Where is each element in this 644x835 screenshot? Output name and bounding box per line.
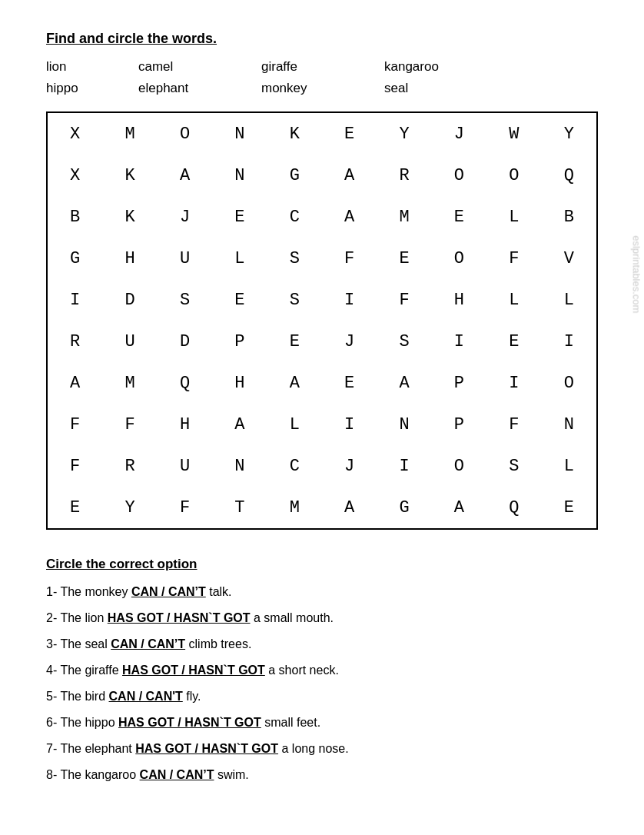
cell-2-6: M: [377, 196, 431, 238]
cell-3-6: E: [377, 238, 431, 279]
exercise-pre-3: The seal: [60, 637, 111, 650]
circle-section-title: Circle the correct option: [46, 557, 598, 572]
exercise-option-2: HAS GOT / HASN`T GOT: [108, 611, 251, 624]
cell-3-1: H: [102, 238, 157, 279]
exercise-pre-1: The monkey: [60, 585, 131, 598]
cell-6-9: O: [542, 362, 596, 404]
cell-4-7: H: [432, 279, 486, 321]
word-giraffe: giraffe: [261, 59, 384, 75]
cell-5-9: I: [542, 321, 596, 362]
cell-6-4: A: [267, 362, 322, 404]
watermark: eslprintables.com: [631, 235, 642, 313]
exercise-number-4: 4-: [46, 664, 60, 677]
cell-1-9: Q: [542, 155, 596, 196]
cell-9-0: E: [48, 487, 102, 528]
cell-0-6: Y: [377, 113, 431, 155]
cell-0-3: N: [212, 113, 267, 155]
exercise-list: 1- The monkey CAN / CAN’T talk.2- The li…: [46, 583, 598, 784]
cell-4-1: D: [102, 279, 157, 321]
cell-7-8: F: [486, 404, 541, 445]
cell-7-5: I: [322, 404, 377, 445]
exercise-item-8: 8- The kangaroo CAN / CAN’T swim.: [46, 766, 598, 784]
cell-9-8: Q: [486, 487, 541, 528]
cell-5-0: R: [48, 321, 102, 362]
exercise-item-5: 5- The bird CAN / CAN'T fly.: [46, 687, 598, 706]
cell-6-7: P: [432, 362, 486, 404]
cell-1-7: O: [432, 155, 486, 196]
exercise-item-3: 3- The seal CAN / CAN’T climb trees.: [46, 635, 598, 654]
exercise-number-8: 8-: [46, 768, 60, 781]
cell-5-7: I: [432, 321, 486, 362]
cell-8-7: O: [432, 445, 486, 487]
cell-0-2: O: [158, 113, 212, 155]
cell-9-2: F: [158, 487, 212, 528]
cell-4-5: I: [322, 279, 377, 321]
wordsearch-container: XMONKEYJWYXKANGAROOQBKJECAMELBGHULSFEOFV…: [46, 111, 598, 530]
cell-2-8: L: [486, 196, 541, 238]
cell-0-1: M: [102, 113, 157, 155]
exercise-post-8: swim.: [214, 768, 248, 781]
cell-3-7: O: [432, 238, 486, 279]
exercise-number-6: 6-: [46, 716, 60, 729]
cell-4-9: L: [542, 279, 596, 321]
exercise-number-2: 2-: [46, 611, 60, 624]
exercise-option-8: CAN / CAN’T: [140, 768, 214, 781]
cell-6-1: M: [102, 362, 157, 404]
cell-1-8: O: [486, 155, 541, 196]
cell-3-8: F: [486, 238, 541, 279]
exercise-pre-8: The kangaroo: [60, 768, 139, 781]
exercise-post-5: fly.: [183, 690, 201, 703]
cell-7-7: P: [432, 404, 486, 445]
cell-3-3: L: [212, 238, 267, 279]
cell-6-2: Q: [158, 362, 212, 404]
word-seal: seal: [384, 81, 507, 96]
cell-2-4: C: [267, 196, 322, 238]
cell-9-7: A: [432, 487, 486, 528]
exercise-item-7: 7- The elephant HAS GOT / HASN`T GOT a l…: [46, 740, 598, 758]
word-kangaroo: kangaroo: [384, 59, 507, 75]
exercise-pre-4: The giraffe: [60, 664, 122, 677]
cell-8-8: S: [486, 445, 541, 487]
cell-5-8: E: [486, 321, 541, 362]
cell-4-4: S: [267, 279, 322, 321]
cell-0-5: E: [322, 113, 377, 155]
exercise-number-5: 5-: [46, 690, 60, 703]
cell-7-2: H: [158, 404, 212, 445]
wordsearch-table: XMONKEYJWYXKANGAROOQBKJECAMELBGHULSFEOFV…: [48, 113, 596, 528]
cell-2-5: A: [322, 196, 377, 238]
exercise-post-7: a long nose.: [278, 742, 349, 755]
cell-2-2: J: [158, 196, 212, 238]
exercise-option-3: CAN / CAN’T: [111, 637, 185, 650]
exercise-number-1: 1-: [46, 585, 60, 598]
cell-1-3: N: [212, 155, 267, 196]
exercise-option-7: HAS GOT / HASN`T GOT: [135, 742, 278, 755]
cell-6-3: H: [212, 362, 267, 404]
cell-8-6: I: [377, 445, 431, 487]
cell-9-6: G: [377, 487, 431, 528]
cell-8-2: U: [158, 445, 212, 487]
exercise-pre-2: The lion: [60, 611, 107, 624]
cell-1-1: K: [102, 155, 157, 196]
cell-3-9: V: [542, 238, 596, 279]
cell-4-8: L: [486, 279, 541, 321]
cell-3-5: F: [322, 238, 377, 279]
cell-8-4: C: [267, 445, 322, 487]
exercise-item-2: 2- The lion HAS GOT / HASN`T GOT a small…: [46, 609, 598, 627]
cell-8-0: F: [48, 445, 102, 487]
cell-9-9: E: [542, 487, 596, 528]
cell-2-3: E: [212, 196, 267, 238]
cell-5-6: S: [377, 321, 431, 362]
cell-6-8: I: [486, 362, 541, 404]
word-monkey: monkey: [261, 81, 384, 96]
cell-5-3: P: [212, 321, 267, 362]
cell-8-1: R: [102, 445, 157, 487]
cell-9-3: T: [212, 487, 267, 528]
exercise-post-2: a small mouth.: [251, 611, 334, 624]
cell-4-2: S: [158, 279, 212, 321]
cell-0-8: W: [486, 113, 541, 155]
exercise-option-1: CAN / CAN’T: [131, 585, 206, 598]
cell-0-7: J: [432, 113, 486, 155]
cell-5-2: D: [158, 321, 212, 362]
cell-0-0: X: [48, 113, 102, 155]
cell-8-9: L: [542, 445, 596, 487]
